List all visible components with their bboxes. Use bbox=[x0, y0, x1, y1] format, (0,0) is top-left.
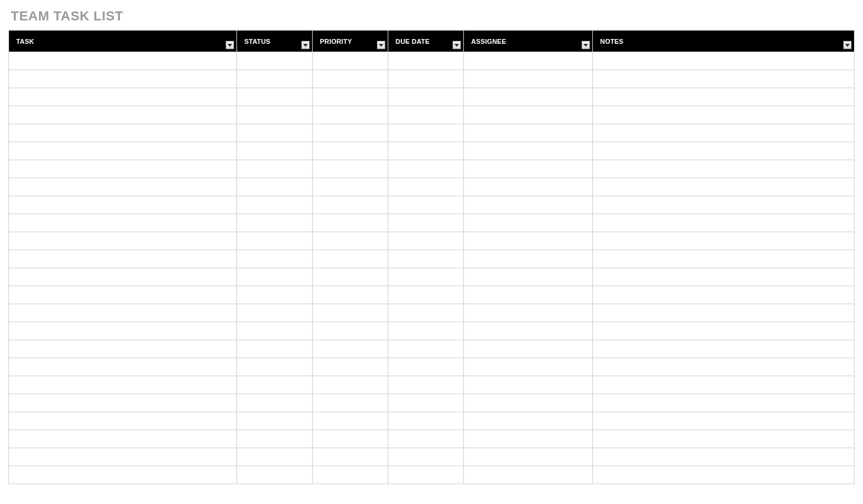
cell-priority[interactable] bbox=[313, 70, 388, 88]
cell-assignee[interactable] bbox=[464, 322, 593, 340]
cell-priority[interactable] bbox=[313, 358, 388, 376]
cell-assignee[interactable] bbox=[464, 196, 593, 214]
cell-duedate[interactable] bbox=[388, 250, 464, 268]
cell-status[interactable] bbox=[237, 466, 313, 484]
cell-notes[interactable] bbox=[593, 322, 855, 340]
cell-duedate[interactable] bbox=[388, 124, 464, 142]
cell-assignee[interactable] bbox=[464, 304, 593, 322]
cell-duedate[interactable] bbox=[388, 106, 464, 124]
cell-priority[interactable] bbox=[313, 412, 388, 430]
cell-assignee[interactable] bbox=[464, 358, 593, 376]
cell-task[interactable] bbox=[9, 160, 237, 178]
cell-notes[interactable] bbox=[593, 232, 855, 250]
cell-assignee[interactable] bbox=[464, 52, 593, 70]
cell-notes[interactable] bbox=[593, 214, 855, 232]
cell-status[interactable] bbox=[237, 178, 313, 196]
cell-duedate[interactable] bbox=[388, 340, 464, 358]
column-header-task[interactable]: TASK bbox=[9, 31, 237, 52]
cell-status[interactable] bbox=[237, 52, 313, 70]
filter-dropdown-icon[interactable] bbox=[582, 41, 590, 49]
cell-status[interactable] bbox=[237, 376, 313, 394]
cell-task[interactable] bbox=[9, 52, 237, 70]
cell-status[interactable] bbox=[237, 322, 313, 340]
cell-status[interactable] bbox=[237, 70, 313, 88]
cell-priority[interactable] bbox=[313, 214, 388, 232]
cell-status[interactable] bbox=[237, 124, 313, 142]
cell-priority[interactable] bbox=[313, 178, 388, 196]
cell-duedate[interactable] bbox=[388, 52, 464, 70]
cell-assignee[interactable] bbox=[464, 124, 593, 142]
cell-duedate[interactable] bbox=[388, 430, 464, 448]
cell-duedate[interactable] bbox=[388, 70, 464, 88]
cell-priority[interactable] bbox=[313, 160, 388, 178]
cell-duedate[interactable] bbox=[388, 214, 464, 232]
cell-status[interactable] bbox=[237, 88, 313, 106]
cell-notes[interactable] bbox=[593, 448, 855, 466]
cell-priority[interactable] bbox=[313, 250, 388, 268]
cell-task[interactable] bbox=[9, 268, 237, 286]
cell-notes[interactable] bbox=[593, 268, 855, 286]
cell-task[interactable] bbox=[9, 376, 237, 394]
cell-duedate[interactable] bbox=[388, 322, 464, 340]
cell-duedate[interactable] bbox=[388, 142, 464, 160]
cell-duedate[interactable] bbox=[388, 268, 464, 286]
cell-notes[interactable] bbox=[593, 394, 855, 412]
cell-status[interactable] bbox=[237, 412, 313, 430]
cell-priority[interactable] bbox=[313, 124, 388, 142]
cell-task[interactable] bbox=[9, 70, 237, 88]
cell-notes[interactable] bbox=[593, 412, 855, 430]
cell-task[interactable] bbox=[9, 124, 237, 142]
cell-assignee[interactable] bbox=[464, 286, 593, 304]
cell-assignee[interactable] bbox=[464, 430, 593, 448]
cell-status[interactable] bbox=[237, 304, 313, 322]
cell-duedate[interactable] bbox=[388, 412, 464, 430]
cell-priority[interactable] bbox=[313, 142, 388, 160]
cell-duedate[interactable] bbox=[388, 394, 464, 412]
cell-notes[interactable] bbox=[593, 142, 855, 160]
cell-task[interactable] bbox=[9, 214, 237, 232]
cell-notes[interactable] bbox=[593, 52, 855, 70]
cell-priority[interactable] bbox=[313, 196, 388, 214]
cell-status[interactable] bbox=[237, 448, 313, 466]
filter-dropdown-icon[interactable] bbox=[226, 41, 234, 49]
cell-status[interactable] bbox=[237, 340, 313, 358]
cell-notes[interactable] bbox=[593, 88, 855, 106]
column-header-assignee[interactable]: ASSIGNEE bbox=[464, 31, 593, 52]
cell-assignee[interactable] bbox=[464, 88, 593, 106]
cell-duedate[interactable] bbox=[388, 304, 464, 322]
cell-priority[interactable] bbox=[313, 376, 388, 394]
cell-task[interactable] bbox=[9, 304, 237, 322]
cell-task[interactable] bbox=[9, 322, 237, 340]
cell-duedate[interactable] bbox=[388, 376, 464, 394]
cell-assignee[interactable] bbox=[464, 412, 593, 430]
cell-status[interactable] bbox=[237, 394, 313, 412]
cell-assignee[interactable] bbox=[464, 106, 593, 124]
cell-notes[interactable] bbox=[593, 70, 855, 88]
cell-notes[interactable] bbox=[593, 178, 855, 196]
cell-priority[interactable] bbox=[313, 448, 388, 466]
cell-priority[interactable] bbox=[313, 268, 388, 286]
cell-status[interactable] bbox=[237, 142, 313, 160]
cell-priority[interactable] bbox=[313, 232, 388, 250]
cell-task[interactable] bbox=[9, 250, 237, 268]
cell-duedate[interactable] bbox=[388, 466, 464, 484]
cell-status[interactable] bbox=[237, 286, 313, 304]
cell-assignee[interactable] bbox=[464, 142, 593, 160]
cell-assignee[interactable] bbox=[464, 250, 593, 268]
cell-task[interactable] bbox=[9, 430, 237, 448]
cell-priority[interactable] bbox=[313, 106, 388, 124]
cell-priority[interactable] bbox=[313, 88, 388, 106]
cell-notes[interactable] bbox=[593, 286, 855, 304]
cell-notes[interactable] bbox=[593, 466, 855, 484]
column-header-duedate[interactable]: DUE DATE bbox=[388, 31, 464, 52]
cell-notes[interactable] bbox=[593, 358, 855, 376]
cell-status[interactable] bbox=[237, 232, 313, 250]
cell-duedate[interactable] bbox=[388, 178, 464, 196]
cell-notes[interactable] bbox=[593, 106, 855, 124]
cell-assignee[interactable] bbox=[464, 394, 593, 412]
cell-notes[interactable] bbox=[593, 160, 855, 178]
cell-priority[interactable] bbox=[313, 430, 388, 448]
cell-priority[interactable] bbox=[313, 394, 388, 412]
filter-dropdown-icon[interactable] bbox=[377, 41, 385, 49]
cell-notes[interactable] bbox=[593, 124, 855, 142]
